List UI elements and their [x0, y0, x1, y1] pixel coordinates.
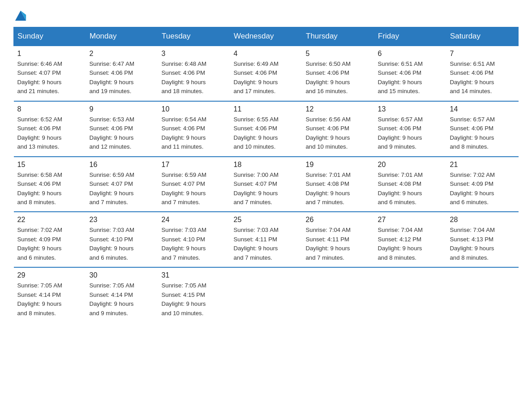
day-info: Sunrise: 6:54 AMSunset: 4:06 PMDaylight:… [162, 115, 227, 152]
calendar-cell: 21 Sunrise: 7:02 AMSunset: 4:09 PMDaylig… [446, 157, 519, 212]
day-info: Sunrise: 6:55 AMSunset: 4:06 PMDaylight:… [234, 115, 299, 152]
day-info: Sunrise: 7:01 AMSunset: 4:08 PMDaylight:… [378, 171, 443, 207]
day-number: 5 [306, 50, 371, 58]
day-info: Sunrise: 7:02 AMSunset: 4:09 PMDaylight:… [450, 171, 515, 207]
day-number: 21 [450, 161, 515, 169]
calendar-cell: 14 Sunrise: 6:57 AMSunset: 4:06 PMDaylig… [446, 101, 519, 157]
calendar-cell: 24 Sunrise: 7:03 AMSunset: 4:10 PMDaylig… [158, 212, 230, 267]
day-info: Sunrise: 6:50 AMSunset: 4:06 PMDaylight:… [306, 60, 371, 96]
calendar-cell: 20 Sunrise: 7:01 AMSunset: 4:08 PMDaylig… [374, 157, 446, 212]
calendar-cell: 19 Sunrise: 7:01 AMSunset: 4:08 PMDaylig… [302, 157, 374, 212]
week-row-3: 15 Sunrise: 6:58 AMSunset: 4:06 PMDaylig… [14, 157, 519, 212]
day-info: Sunrise: 7:03 AMSunset: 4:10 PMDaylight:… [90, 226, 154, 262]
calendar-cell: 11 Sunrise: 6:55 AMSunset: 4:06 PMDaylig… [230, 101, 302, 157]
calendar-cell [302, 267, 374, 322]
calendar-cell: 8 Sunrise: 6:52 AMSunset: 4:06 PMDayligh… [14, 101, 86, 157]
logo-icon [14, 9, 27, 21]
page-header [13, 9, 519, 19]
day-number: 11 [234, 105, 299, 113]
day-number: 19 [306, 161, 371, 169]
header-sunday: Sunday [14, 27, 86, 46]
day-info: Sunrise: 6:57 AMSunset: 4:06 PMDaylight:… [450, 115, 515, 152]
day-info: Sunrise: 7:05 AMSunset: 4:14 PMDaylight:… [17, 281, 82, 318]
day-info: Sunrise: 7:03 AMSunset: 4:10 PMDaylight:… [162, 226, 227, 262]
day-info: Sunrise: 7:03 AMSunset: 4:11 PMDaylight:… [234, 226, 299, 262]
calendar-cell: 6 Sunrise: 6:51 AMSunset: 4:06 PMDayligh… [374, 46, 446, 101]
week-row-1: 1 Sunrise: 6:46 AMSunset: 4:07 PMDayligh… [14, 46, 519, 101]
day-number: 2 [90, 50, 154, 58]
day-info: Sunrise: 6:51 AMSunset: 4:06 PMDaylight:… [450, 60, 515, 96]
calendar-cell: 13 Sunrise: 6:57 AMSunset: 4:06 PMDaylig… [374, 101, 446, 157]
calendar-cell: 23 Sunrise: 7:03 AMSunset: 4:10 PMDaylig… [86, 212, 158, 267]
day-info: Sunrise: 7:04 AMSunset: 4:13 PMDaylight:… [450, 226, 515, 262]
day-info: Sunrise: 7:05 AMSunset: 4:14 PMDaylight:… [90, 281, 154, 318]
calendar-cell: 4 Sunrise: 6:49 AMSunset: 4:06 PMDayligh… [230, 46, 302, 101]
day-number: 13 [378, 105, 443, 113]
day-number: 27 [378, 216, 443, 224]
day-number: 25 [234, 216, 299, 224]
day-number: 7 [450, 50, 515, 58]
calendar-cell: 27 Sunrise: 7:04 AMSunset: 4:12 PMDaylig… [374, 212, 446, 267]
calendar-cell: 15 Sunrise: 6:58 AMSunset: 4:06 PMDaylig… [14, 157, 86, 212]
day-number: 17 [162, 161, 227, 169]
day-info: Sunrise: 6:48 AMSunset: 4:06 PMDaylight:… [162, 60, 227, 96]
day-info: Sunrise: 6:47 AMSunset: 4:06 PMDaylight:… [90, 60, 154, 96]
day-number: 8 [17, 105, 82, 113]
calendar-cell: 7 Sunrise: 6:51 AMSunset: 4:06 PMDayligh… [446, 46, 519, 101]
calendar-cell: 3 Sunrise: 6:48 AMSunset: 4:06 PMDayligh… [158, 46, 230, 101]
header-tuesday: Tuesday [158, 27, 230, 46]
header-thursday: Thursday [302, 27, 374, 46]
day-number: 22 [17, 216, 82, 224]
day-info: Sunrise: 6:59 AMSunset: 4:07 PMDaylight:… [90, 171, 154, 207]
day-number: 26 [306, 216, 371, 224]
day-info: Sunrise: 7:02 AMSunset: 4:09 PMDaylight:… [17, 226, 82, 262]
calendar-cell: 16 Sunrise: 6:59 AMSunset: 4:07 PMDaylig… [86, 157, 158, 212]
day-info: Sunrise: 6:59 AMSunset: 4:07 PMDaylight:… [162, 171, 227, 207]
day-number: 12 [306, 105, 371, 113]
day-info: Sunrise: 6:49 AMSunset: 4:06 PMDaylight:… [234, 60, 299, 96]
header-saturday: Saturday [446, 27, 519, 46]
day-number: 9 [90, 105, 154, 113]
day-info: Sunrise: 6:52 AMSunset: 4:06 PMDaylight:… [17, 115, 82, 152]
day-info: Sunrise: 6:57 AMSunset: 4:06 PMDaylight:… [378, 115, 443, 152]
day-number: 18 [234, 161, 299, 169]
calendar-header-row: SundayMondayTuesdayWednesdayThursdayFrid… [14, 27, 519, 46]
calendar-cell: 17 Sunrise: 6:59 AMSunset: 4:07 PMDaylig… [158, 157, 230, 212]
day-number: 6 [378, 50, 443, 58]
day-number: 20 [378, 161, 443, 169]
calendar-cell [230, 267, 302, 322]
logo [13, 9, 27, 19]
calendar-cell: 9 Sunrise: 6:53 AMSunset: 4:06 PMDayligh… [86, 101, 158, 157]
calendar-cell [446, 267, 519, 322]
day-number: 1 [17, 50, 82, 58]
calendar-cell: 18 Sunrise: 7:00 AMSunset: 4:07 PMDaylig… [230, 157, 302, 212]
calendar-cell: 2 Sunrise: 6:47 AMSunset: 4:06 PMDayligh… [86, 46, 158, 101]
day-number: 24 [162, 216, 227, 224]
day-info: Sunrise: 7:01 AMSunset: 4:08 PMDaylight:… [306, 171, 371, 207]
day-info: Sunrise: 7:04 AMSunset: 4:12 PMDaylight:… [378, 226, 443, 262]
day-number: 29 [17, 271, 82, 279]
calendar-cell: 5 Sunrise: 6:50 AMSunset: 4:06 PMDayligh… [302, 46, 374, 101]
day-info: Sunrise: 7:04 AMSunset: 4:11 PMDaylight:… [306, 226, 371, 262]
header-wednesday: Wednesday [230, 27, 302, 46]
week-row-2: 8 Sunrise: 6:52 AMSunset: 4:06 PMDayligh… [14, 101, 519, 157]
calendar-cell [374, 267, 446, 322]
calendar-cell: 10 Sunrise: 6:54 AMSunset: 4:06 PMDaylig… [158, 101, 230, 157]
day-info: Sunrise: 7:00 AMSunset: 4:07 PMDaylight:… [234, 171, 299, 207]
day-number: 28 [450, 216, 515, 224]
day-number: 30 [90, 271, 154, 279]
week-row-5: 29 Sunrise: 7:05 AMSunset: 4:14 PMDaylig… [14, 267, 519, 322]
calendar-cell: 31 Sunrise: 7:05 AMSunset: 4:15 PMDaylig… [158, 267, 230, 322]
day-number: 16 [90, 161, 154, 169]
calendar-cell: 30 Sunrise: 7:05 AMSunset: 4:14 PMDaylig… [86, 267, 158, 322]
day-number: 15 [17, 161, 82, 169]
day-number: 31 [162, 271, 227, 279]
day-info: Sunrise: 6:56 AMSunset: 4:06 PMDaylight:… [306, 115, 371, 152]
day-info: Sunrise: 7:05 AMSunset: 4:15 PMDaylight:… [162, 281, 227, 318]
week-row-4: 22 Sunrise: 7:02 AMSunset: 4:09 PMDaylig… [14, 212, 519, 267]
day-info: Sunrise: 6:46 AMSunset: 4:07 PMDaylight:… [17, 60, 82, 96]
header-monday: Monday [86, 27, 158, 46]
day-number: 10 [162, 105, 227, 113]
day-info: Sunrise: 6:51 AMSunset: 4:06 PMDaylight:… [378, 60, 443, 96]
calendar-cell: 28 Sunrise: 7:04 AMSunset: 4:13 PMDaylig… [446, 212, 519, 267]
